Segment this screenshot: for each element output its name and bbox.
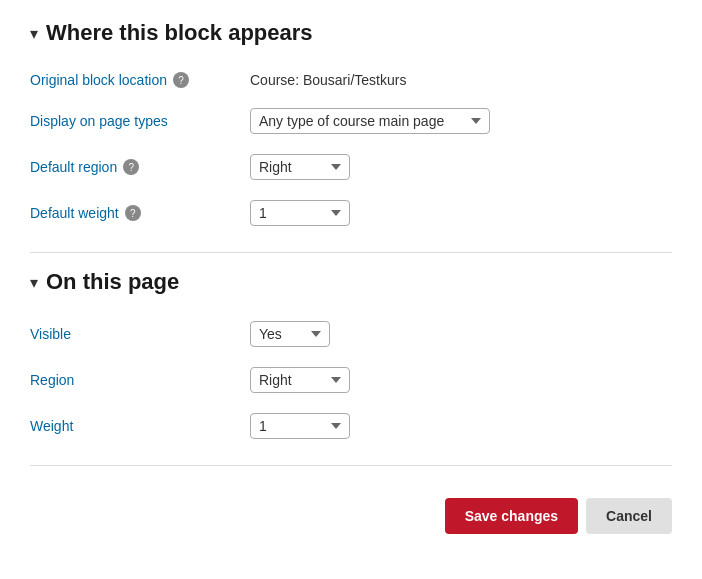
value-weight: 1 0 -1 2 3 xyxy=(250,413,672,439)
row-original-block-location: Original block location ? Course: Bousar… xyxy=(30,62,672,98)
label-weight: Weight xyxy=(30,418,250,434)
value-region: Right Left xyxy=(250,367,672,393)
section2-title: On this page xyxy=(46,269,179,295)
help-icon-default-region[interactable]: ? xyxy=(123,159,139,175)
help-icon-original-block-location[interactable]: ? xyxy=(173,72,189,88)
label-original-block-location: Original block location ? xyxy=(30,72,250,88)
section1-title: Where this block appears xyxy=(46,20,313,46)
section-on-this-page: ▾ On this page Visible Yes No Region Rig… xyxy=(30,269,672,449)
value-default-weight: 1 0 -1 2 3 xyxy=(250,200,672,226)
section2-header: ▾ On this page xyxy=(30,269,672,295)
label-region: Region xyxy=(30,372,250,388)
section2-chevron[interactable]: ▾ xyxy=(30,273,38,292)
label-default-weight: Default weight ? xyxy=(30,205,250,221)
row-region: Region Right Left xyxy=(30,357,672,403)
row-default-region: Default region ? Right Left xyxy=(30,144,672,190)
row-display-on-page-types: Display on page types Any type of course… xyxy=(30,98,672,144)
select-region[interactable]: Right Left xyxy=(250,367,350,393)
select-display-on-page-types[interactable]: Any type of course main page xyxy=(250,108,490,134)
bottom-divider xyxy=(30,465,672,466)
help-icon-default-weight[interactable]: ? xyxy=(125,205,141,221)
select-default-weight[interactable]: 1 0 -1 2 3 xyxy=(250,200,350,226)
save-button[interactable]: Save changes xyxy=(445,498,578,534)
section1-header: ▾ Where this block appears xyxy=(30,20,672,46)
button-row: Save changes Cancel xyxy=(30,482,672,534)
section-divider xyxy=(30,252,672,253)
value-display-on-page-types: Any type of course main page xyxy=(250,108,672,134)
value-original-block-location: Course: Bousari/Testkurs xyxy=(250,72,672,88)
section1-chevron[interactable]: ▾ xyxy=(30,24,38,43)
label-default-region: Default region ? xyxy=(30,159,250,175)
select-visible[interactable]: Yes No xyxy=(250,321,330,347)
value-default-region: Right Left xyxy=(250,154,672,180)
value-visible: Yes No xyxy=(250,321,672,347)
row-visible: Visible Yes No xyxy=(30,311,672,357)
label-visible: Visible xyxy=(30,326,250,342)
select-default-region[interactable]: Right Left xyxy=(250,154,350,180)
cancel-button[interactable]: Cancel xyxy=(586,498,672,534)
row-weight: Weight 1 0 -1 2 3 xyxy=(30,403,672,449)
select-weight[interactable]: 1 0 -1 2 3 xyxy=(250,413,350,439)
row-default-weight: Default weight ? 1 0 -1 2 3 xyxy=(30,190,672,236)
label-display-on-page-types: Display on page types xyxy=(30,113,250,129)
section-where-block-appears: ▾ Where this block appears Original bloc… xyxy=(30,20,672,236)
